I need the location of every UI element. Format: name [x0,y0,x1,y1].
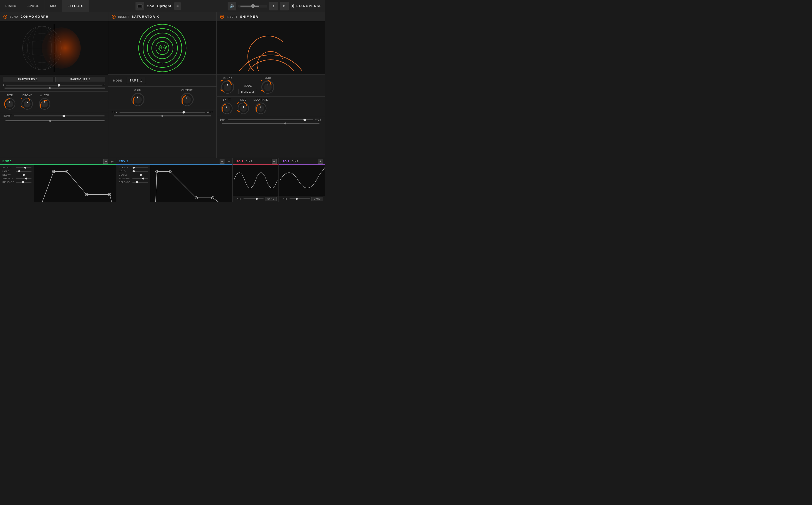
mod-rate-knob-group: MOD RATE [254,99,268,115]
shimmer-dry-wet-track-2[interactable] [222,123,319,124]
shimmer-power-button[interactable] [220,15,224,19]
env1-title: ENV 1 [2,160,12,163]
env2-hold-label: HOLD [119,170,131,172]
gain-label: GAIN [134,89,141,92]
env2-attack-track[interactable] [132,167,148,168]
lfo2-sync-button[interactable]: SYNC [311,197,323,201]
mode-value-display[interactable]: TAPE 1 [126,77,146,84]
input-slider-track[interactable] [14,116,105,117]
env1-hold-track[interactable] [16,171,31,172]
env1-sliders: ATTACK HOLD DECAY [0,165,34,202]
shimmer-visualization [217,21,325,75]
shimmer-decay-knob[interactable] [221,80,235,95]
ab-slider-thumb-1[interactable] [58,84,60,87]
dry-wet-slider-thumb[interactable] [183,111,185,114]
shimmer-mode-display[interactable]: MODE 2 [239,89,257,95]
env2-sustain-thumb[interactable] [142,178,144,179]
lfo2-plus-button[interactable]: + [318,159,323,164]
lfo1-panel: LFO 1 SINE + RATE SYNC [233,158,279,202]
svg-rect-5 [291,5,291,7]
dry-wet-slider-thumb-2[interactable] [162,115,164,117]
ab-slider-track-2[interactable] [4,88,105,89]
shift-knob[interactable] [221,102,233,115]
size-knob-container [3,98,16,110]
env1-decay-thumb[interactable] [23,174,25,176]
env1-release-track[interactable] [16,182,31,183]
lfo1-type-label: SINE [246,160,252,163]
env2-attack-thumb[interactable] [133,167,135,169]
env1-sustain-track[interactable] [16,178,31,179]
env2-hold-track[interactable] [132,171,148,172]
shimmer-dry-wet-thumb-2[interactable] [284,123,286,125]
ab-slider-track-1[interactable] [6,85,102,86]
env1-hold-thumb[interactable] [18,170,20,172]
particles-1-button[interactable]: PARTICLES 1 [3,76,53,82]
shimmer-mod-knob[interactable] [261,80,275,95]
env2-release-thumb[interactable] [136,181,138,183]
env1-release-row: RELEASE [2,181,31,183]
particles-2-button[interactable]: PARTICLES 2 [55,76,105,82]
volume-button[interactable]: 🔊 [228,2,236,10]
lfo1-rate-thumb[interactable] [256,198,258,200]
tab-mix[interactable]: MIX [45,0,62,12]
output-knob-container[interactable] [180,93,194,107]
mode-label: MODE [113,79,122,82]
env1-decay-track[interactable] [16,175,31,175]
env1-attack-track[interactable] [16,167,31,168]
tab-space[interactable]: SPACE [22,0,45,12]
bottom-section: ENV 1 + ⌐ ATTACK HOLD [0,158,325,202]
env1-plus-button[interactable]: + [103,159,108,164]
alert-button[interactable]: ! [269,2,278,10]
lfo1-rate-slider[interactable] [243,198,264,199]
shift-knob-group: SHIFT [221,99,233,115]
width-knob-group: WIDTH [38,94,51,110]
svg-rect-3 [141,5,141,7]
lfo2-rate-thumb[interactable] [296,198,298,200]
env1-sustain-thumb[interactable] [25,178,27,179]
decay-knob-container [21,98,33,110]
env2-hold-thumb[interactable] [133,170,135,172]
convomorph-power-button[interactable] [3,15,7,19]
env2-decay-track[interactable] [132,175,148,175]
shimmer-mode-label: MODE [244,85,252,87]
svg-rect-8 [293,4,294,8]
settings-button[interactable]: ⚙ [280,2,289,10]
ab-slider-row-2 [3,88,105,89]
input-slider-thumb-1[interactable] [62,115,65,117]
volume-slider[interactable] [240,6,260,7]
env1-release-thumb[interactable] [22,181,24,183]
env2-plus-button[interactable]: + [220,159,225,164]
env2-attack-row: ATTACK [119,166,148,169]
hamburger-menu-button[interactable]: ≡ [174,2,181,10]
dry-wet-slider-track-2[interactable] [114,116,211,117]
tab-effects[interactable]: EFFECTS [62,0,89,12]
nav-center: Cool Upright ≡ [89,2,227,10]
output-knob-group: OUTPUT [180,89,194,107]
lfo2-title: LFO 2 [281,160,289,163]
lfo2-rate-slider[interactable] [289,198,310,199]
env1-attack-thumb[interactable] [24,167,26,169]
width-label: WIDTH [40,94,49,97]
saturator-power-button[interactable] [112,15,115,19]
env2-decay-thumb[interactable] [140,174,142,176]
shimmer-dry-wet-slider[interactable] [228,119,313,120]
input-slider-track-2[interactable] [5,120,105,121]
dry-wet-slider-track[interactable] [119,112,205,113]
env1-body: ATTACK HOLD DECAY [0,165,116,202]
input-slider-thumb-2[interactable] [49,120,51,122]
svg-rect-6 [292,4,292,8]
shimmer-dry-wet-thumb[interactable] [303,119,306,121]
env2-panel: ENV 2 + ⌐ ATTACK HOLD [116,158,233,202]
mod-rate-knob[interactable] [255,102,267,115]
lfo1-plus-button[interactable]: + [272,159,277,164]
shimmer-dry-label: DRY [220,118,226,121]
shimmer-size-knob[interactable] [237,102,250,115]
ab-slider-thumb-2[interactable] [49,87,51,89]
lfo1-sync-button[interactable]: SYNC [265,197,277,201]
env2-release-track[interactable] [132,182,148,183]
env2-sustain-track[interactable] [132,178,148,179]
gain-knob-container[interactable] [131,93,145,107]
env2-hold-row: HOLD [119,170,148,172]
width-knob-container [38,98,51,110]
tab-piano[interactable]: PIANO [0,0,22,12]
